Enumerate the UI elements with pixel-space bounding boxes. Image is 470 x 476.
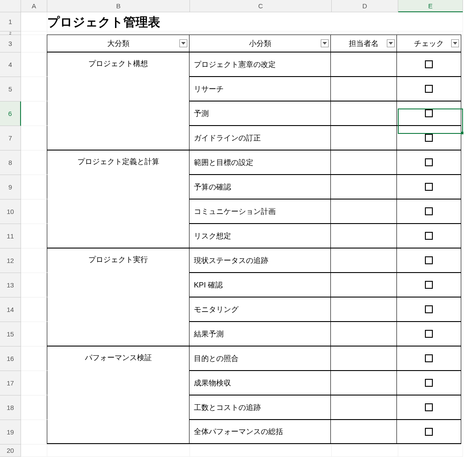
filter-icon[interactable] (387, 39, 395, 47)
cell-assignee[interactable] (330, 126, 397, 150)
row-header-7[interactable]: 7 (0, 126, 21, 150)
header-category[interactable]: 大分類 (47, 35, 189, 52)
col-header-c[interactable]: C (190, 0, 332, 12)
cell-category[interactable]: パフォーマンス検証 (47, 346, 189, 371)
cell-b1-title[interactable]: プロジェクト管理表 (47, 12, 463, 32)
cell-check[interactable] (396, 101, 461, 126)
cell-subcategory[interactable]: リスク想定 (189, 224, 331, 248)
cell-category[interactable] (47, 322, 189, 346)
row-header-9[interactable]: 9 (0, 175, 21, 200)
header-assignee[interactable]: 担当者名 (330, 35, 397, 52)
cell-a13[interactable] (21, 273, 47, 298)
cell-check[interactable] (396, 273, 461, 297)
cell-assignee[interactable] (330, 101, 397, 126)
checkbox-icon[interactable] (425, 158, 433, 166)
cell-assignee[interactable] (330, 420, 397, 444)
cell-check[interactable] (396, 52, 461, 77)
cell-b20[interactable] (47, 444, 190, 457)
cell-subcategory[interactable]: 予測 (189, 101, 331, 126)
cell-assignee[interactable] (330, 77, 397, 101)
cell-check[interactable] (396, 126, 461, 150)
cell-category[interactable] (47, 101, 189, 126)
cell-subcategory[interactable]: 現状ステータスの追跡 (189, 248, 331, 273)
cell-category[interactable]: プロジェクト定義と計算 (47, 150, 189, 175)
checkbox-icon[interactable] (425, 379, 433, 387)
cell-category[interactable] (47, 175, 189, 199)
checkbox-icon[interactable] (425, 85, 433, 93)
row-header-18[interactable]: 18 (0, 396, 21, 420)
cell-a2[interactable] (21, 32, 47, 35)
cell-assignee[interactable] (330, 322, 397, 346)
cell-category[interactable]: プロジェクト構想 (47, 52, 189, 77)
header-check[interactable]: チェック (396, 35, 461, 52)
checkbox-icon[interactable] (425, 109, 433, 117)
filter-icon[interactable] (451, 39, 459, 47)
cell-check[interactable] (396, 395, 461, 420)
cell-category[interactable] (47, 395, 189, 420)
cell-assignee[interactable] (330, 52, 397, 77)
cell-a1[interactable] (21, 12, 47, 32)
cell-a4[interactable] (21, 52, 47, 77)
cell-subcategory[interactable]: 目的との照合 (189, 346, 331, 371)
cell-a17[interactable] (21, 371, 47, 396)
cell-subcategory[interactable]: 予算の確認 (189, 175, 331, 199)
cell-check[interactable] (396, 224, 461, 248)
row-header-5[interactable]: 5 (0, 77, 21, 102)
cell-a8[interactable] (21, 150, 47, 175)
row-header-8[interactable]: 8 (0, 150, 21, 175)
checkbox-icon[interactable] (425, 354, 433, 362)
cell-assignee[interactable] (330, 297, 397, 322)
cell-a18[interactable] (21, 396, 47, 420)
row-header-19[interactable]: 19 (0, 420, 21, 444)
cell-check[interactable] (396, 248, 461, 273)
select-all-corner[interactable] (0, 0, 21, 12)
cell-subcategory[interactable]: モニタリング (189, 297, 331, 322)
cell-a6[interactable] (21, 102, 47, 126)
cell-check[interactable] (396, 322, 461, 346)
cell-category[interactable] (47, 224, 189, 248)
cell-check[interactable] (396, 77, 461, 101)
row-header-14[interactable]: 14 (0, 298, 21, 322)
cell-a10[interactable] (21, 200, 47, 224)
row-header-4[interactable]: 4 (0, 52, 21, 77)
cell-a11[interactable] (21, 224, 47, 248)
row-header-11[interactable]: 11 (0, 224, 21, 248)
cell-category[interactable] (47, 371, 189, 395)
checkbox-icon[interactable] (425, 330, 433, 338)
cell-subcategory[interactable]: コミュニケーション計画 (189, 199, 331, 224)
cell-category[interactable] (47, 297, 189, 322)
cell-subcategory[interactable]: 範囲と目標の設定 (189, 150, 331, 175)
cell-assignee[interactable] (330, 150, 397, 175)
cell-assignee[interactable] (330, 248, 397, 273)
cell-category[interactable] (47, 273, 189, 297)
row-header-15[interactable]: 15 (0, 322, 21, 346)
checkbox-icon[interactable] (425, 281, 433, 289)
cell-check[interactable] (396, 175, 461, 199)
cell-assignee[interactable] (330, 224, 397, 248)
row-header-2[interactable]: 2 (0, 32, 21, 35)
cell-a12[interactable] (21, 248, 47, 273)
checkbox-icon[interactable] (425, 256, 433, 264)
cell-check[interactable] (396, 346, 461, 371)
cell-a19[interactable] (21, 420, 47, 444)
cell-assignee[interactable] (330, 273, 397, 297)
cell-c20[interactable] (190, 444, 332, 457)
cell-check[interactable] (396, 297, 461, 322)
cell-category[interactable] (47, 420, 189, 444)
cell-category[interactable]: プロジェクト実行 (47, 248, 189, 273)
checkbox-icon[interactable] (425, 403, 433, 411)
cell-subcategory[interactable]: プロジェクト憲章の改定 (189, 52, 331, 77)
cell-e20[interactable] (398, 444, 463, 457)
checkbox-icon[interactable] (425, 428, 433, 436)
row-header-16[interactable]: 16 (0, 346, 21, 371)
cell-a5[interactable] (21, 77, 47, 102)
checkbox-icon[interactable] (425, 134, 433, 142)
row-header-3[interactable]: 3 (0, 35, 21, 52)
col-header-e[interactable]: E (398, 0, 463, 12)
cell-a15[interactable] (21, 322, 47, 346)
cell-assignee[interactable] (330, 199, 397, 224)
checkbox-icon[interactable] (425, 305, 433, 313)
filter-icon[interactable] (321, 39, 329, 47)
cell-check[interactable] (396, 199, 461, 224)
checkbox-icon[interactable] (425, 60, 433, 68)
